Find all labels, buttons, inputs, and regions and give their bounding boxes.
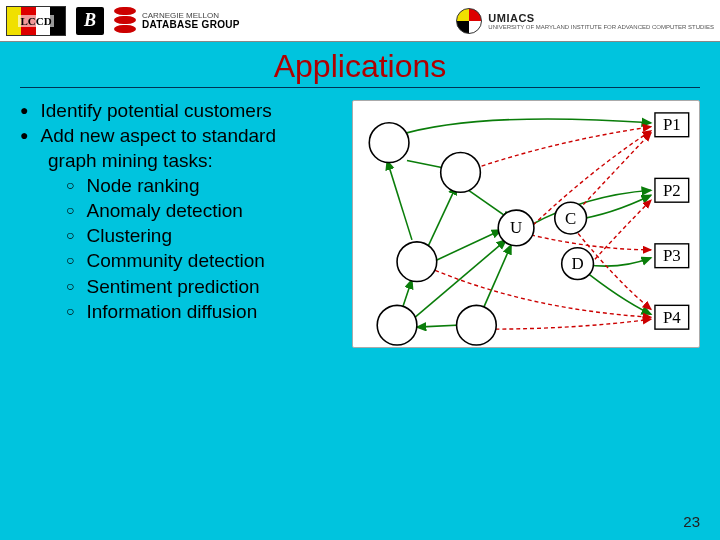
svg-point-3 bbox=[377, 305, 417, 345]
graph-diagram: U C D P1 P2 P3 P4 bbox=[352, 100, 700, 348]
bullet-2: Add new aspect to standard graph mining … bbox=[20, 123, 340, 324]
bullet-2-text-b: graph mining tasks: bbox=[20, 148, 340, 173]
node-d-label: D bbox=[571, 254, 583, 273]
sub-1: Node ranking bbox=[66, 173, 340, 198]
logo-cmu-db: CARNEGIE MELLON DATABASE GROUP bbox=[114, 7, 240, 35]
page-number: 23 bbox=[683, 513, 700, 530]
node-u-label: U bbox=[510, 218, 522, 237]
bullet-1-text: Identify potential customers bbox=[40, 100, 271, 121]
sub-6: Information diffusion bbox=[66, 299, 340, 324]
svg-point-1 bbox=[441, 153, 481, 193]
umiacs-text: UMIACS UNIVERSITY OF MARYLAND INSTITUTE … bbox=[488, 12, 714, 30]
slide-title: Applications bbox=[0, 42, 720, 87]
sub-1-text: Node ranking bbox=[86, 175, 199, 196]
svg-point-2 bbox=[397, 242, 437, 282]
database-cylinder-icon bbox=[114, 7, 136, 35]
sub-3: Clustering bbox=[66, 223, 340, 248]
svg-point-4 bbox=[457, 305, 497, 345]
content-area: Identify potential customers Add new asp… bbox=[0, 98, 720, 348]
title-divider bbox=[20, 87, 700, 88]
bullet-1: Identify potential customers bbox=[20, 98, 340, 123]
header-bar: B CARNEGIE MELLON DATABASE GROUP UMIACS … bbox=[0, 0, 720, 42]
logo-lccd-box bbox=[6, 6, 66, 36]
sub-5-text: Sentiment prediction bbox=[86, 276, 259, 297]
sub-2-text: Anomaly detection bbox=[86, 200, 242, 221]
bullet-2-text-a: Add new aspect to standard bbox=[40, 125, 276, 146]
umiacs-title: UMIACS bbox=[488, 12, 714, 24]
p2-label: P2 bbox=[663, 181, 681, 200]
sub-list: Node ranking Anomaly detection Clusterin… bbox=[20, 173, 340, 323]
bullet-list: Identify potential customers Add new asp… bbox=[20, 98, 340, 348]
cmu-db-text: CARNEGIE MELLON DATABASE GROUP bbox=[142, 12, 240, 30]
p1-label: P1 bbox=[663, 115, 681, 134]
sub-3-text: Clustering bbox=[86, 225, 172, 246]
umiacs-subtitle: UNIVERSITY OF MARYLAND INSTITUTE FOR ADV… bbox=[488, 24, 714, 30]
umiacs-shield-icon bbox=[456, 8, 482, 34]
logo-b-icon: B bbox=[76, 7, 104, 35]
sub-2: Anomaly detection bbox=[66, 198, 340, 223]
svg-point-0 bbox=[369, 123, 409, 163]
cmu-line2: DATABASE GROUP bbox=[142, 20, 240, 30]
lccd-shield-icon bbox=[6, 6, 66, 36]
sub-6-text: Information diffusion bbox=[86, 301, 257, 322]
p3-label: P3 bbox=[663, 246, 681, 265]
sub-4-text: Community detection bbox=[86, 250, 264, 271]
logo-umiacs: UMIACS UNIVERSITY OF MARYLAND INSTITUTE … bbox=[456, 8, 714, 34]
p4-label: P4 bbox=[663, 308, 681, 327]
sub-4: Community detection bbox=[66, 248, 340, 273]
sub-5: Sentiment prediction bbox=[66, 274, 340, 299]
node-c-label: C bbox=[565, 209, 576, 228]
